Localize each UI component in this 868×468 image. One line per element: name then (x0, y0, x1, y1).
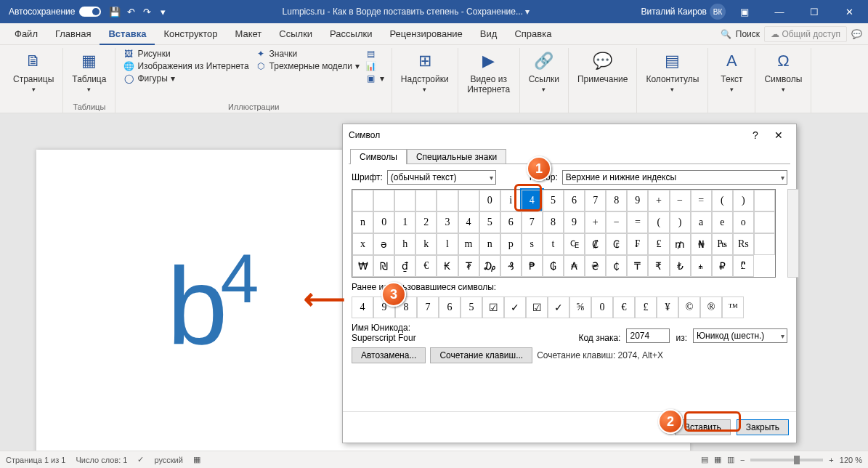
symbols-button[interactable]: ΩСимволы▾ (761, 48, 805, 94)
char-cell[interactable] (458, 190, 479, 211)
spell-icon[interactable]: ✓ (137, 455, 144, 464)
char-cell[interactable]: m (458, 233, 479, 255)
recent-char-cell[interactable]: ☑ (482, 296, 504, 318)
user-avatar[interactable]: ВК (710, 4, 726, 20)
search-label[interactable]: Поиск (736, 29, 760, 39)
tab-layout[interactable]: Макет (227, 23, 271, 45)
char-cell[interactable]: ₸ (627, 255, 648, 277)
smartart-button[interactable]: ▤ (364, 48, 386, 60)
video-button[interactable]: ▶Видео из Интернета (464, 48, 514, 96)
char-cell[interactable]: n (479, 233, 500, 255)
char-cell[interactable]: ) (670, 211, 691, 233)
set-dropdown[interactable]: Верхние и нижние индексы (562, 170, 787, 185)
char-cell[interactable] (754, 190, 775, 211)
char-cell[interactable]: ₭ (437, 255, 458, 277)
toggle-switch[interactable] (79, 7, 101, 17)
tab-help[interactable]: Справка (506, 23, 560, 45)
language-status[interactable]: русский (154, 456, 182, 464)
char-cell[interactable]: ₽ (712, 255, 733, 277)
tab-special-chars[interactable]: Специальные знаки (407, 149, 506, 164)
char-cell[interactable]: 5 (479, 211, 500, 233)
autosave-toggle[interactable]: Автосохранение (3, 7, 107, 17)
char-cell[interactable]: − (670, 190, 691, 211)
char-cell[interactable]: x (352, 233, 373, 255)
char-cell[interactable]: ₡ (585, 233, 606, 255)
char-cell[interactable]: 1 (394, 211, 415, 233)
char-cell[interactable]: − (606, 211, 627, 233)
char-cell[interactable]: t (543, 233, 564, 255)
save-icon[interactable]: 💾 (107, 4, 123, 20)
comment-button[interactable]: 💬Примечание (575, 48, 630, 86)
insert-button[interactable]: Вставить (675, 419, 731, 435)
char-cell[interactable]: Rs (733, 233, 754, 255)
macro-icon[interactable]: ▦ (193, 455, 200, 464)
font-dropdown[interactable]: (обычный текст) (387, 170, 496, 185)
char-cell[interactable] (415, 190, 437, 211)
search-icon[interactable]: 🔍 (721, 29, 731, 39)
shortcut-button[interactable]: Сочетание клавиш... (430, 347, 532, 363)
recent-char-cell[interactable]: 5 (461, 296, 482, 318)
3d-models-button[interactable]: ⬡Трехмерные модели ▾ (253, 60, 361, 72)
char-cell[interactable]: ( (712, 190, 733, 211)
char-cell[interactable]: ) (733, 190, 754, 211)
char-cell[interactable]: ₩ (352, 255, 373, 277)
char-cell[interactable]: 7 (585, 190, 606, 211)
read-mode-icon[interactable]: ▤ (701, 455, 708, 464)
recent-char-cell[interactable]: 6 (439, 296, 461, 318)
chart-button[interactable]: 📊 (364, 60, 386, 72)
header-footer-button[interactable]: ▤Колонтитулы▾ (643, 48, 702, 94)
shapes-button[interactable]: ◯Фигуры ▾ (121, 73, 250, 84)
zoom-slider[interactable] (750, 459, 823, 461)
char-cell[interactable]: 3 (437, 211, 458, 233)
web-layout-icon[interactable]: ▥ (727, 455, 734, 464)
word-count[interactable]: Число слов: 1 (76, 456, 127, 464)
char-cell[interactable]: = (627, 211, 648, 233)
recent-char-cell[interactable]: ™ (722, 296, 744, 318)
char-cell[interactable]: ₦ (691, 233, 712, 255)
char-cell[interactable]: 6 (500, 211, 522, 233)
comments-icon[interactable]: 💬 (851, 29, 862, 39)
char-cell[interactable]: s (522, 233, 543, 255)
code-field[interactable]: 2074 (626, 328, 670, 343)
char-cell[interactable]: ₴ (585, 255, 606, 277)
char-cell[interactable]: ₳ (564, 255, 585, 277)
close-button[interactable]: Закрыть (737, 419, 789, 435)
tab-review[interactable]: Рецензирование (381, 23, 471, 45)
recent-char-cell[interactable]: ¥ (657, 296, 678, 318)
pages-button[interactable]: 🗎Страницы▾ (10, 48, 57, 94)
char-cell[interactable] (437, 190, 458, 211)
char-cell[interactable]: ₧ (712, 233, 733, 255)
char-cell[interactable]: l (437, 233, 458, 255)
minimize-icon[interactable]: ― (763, 0, 795, 23)
char-cell[interactable]: 5 (543, 190, 564, 211)
char-cell[interactable]: k (415, 233, 437, 255)
recent-char-cell[interactable]: € (613, 296, 635, 318)
zoom-level[interactable]: 120 % (840, 456, 862, 464)
close-window-icon[interactable]: ✕ (833, 0, 865, 23)
char-cell[interactable] (754, 211, 775, 233)
maximize-icon[interactable]: ☐ (798, 0, 830, 23)
char-cell[interactable]: ₫ (394, 255, 415, 277)
recent-char-cell[interactable]: 4 (352, 296, 373, 318)
char-cell[interactable]: a (691, 211, 712, 233)
page-status[interactable]: Страница 1 из 1 (6, 456, 65, 464)
tab-insert[interactable]: Вставка (100, 23, 155, 45)
char-cell[interactable]: ₮ (458, 255, 479, 277)
char-cell[interactable]: + (585, 211, 606, 233)
char-cell[interactable]: ₣ (627, 233, 648, 255)
char-cell[interactable]: i (500, 190, 522, 211)
char-cell[interactable]: n (352, 211, 373, 233)
char-cell[interactable]: ə (373, 233, 394, 255)
char-cell[interactable]: = (691, 190, 712, 211)
char-cell[interactable]: ₯ (479, 255, 500, 277)
char-cell[interactable]: € (415, 255, 437, 277)
char-cell[interactable]: p (500, 233, 522, 255)
redo-icon[interactable]: ↷ (139, 4, 155, 20)
print-layout-icon[interactable]: ▦ (714, 455, 721, 464)
text-button[interactable]: AТекст▾ (714, 48, 749, 94)
char-cell[interactable]: ( (648, 211, 669, 233)
pictures-button[interactable]: 🖼Рисунки (121, 48, 250, 60)
autocorrect-button[interactable]: Автозамена... (352, 347, 426, 363)
from-dropdown[interactable]: Юникод (шестн.) (693, 328, 787, 343)
char-cell[interactable]: ₪ (373, 255, 394, 277)
